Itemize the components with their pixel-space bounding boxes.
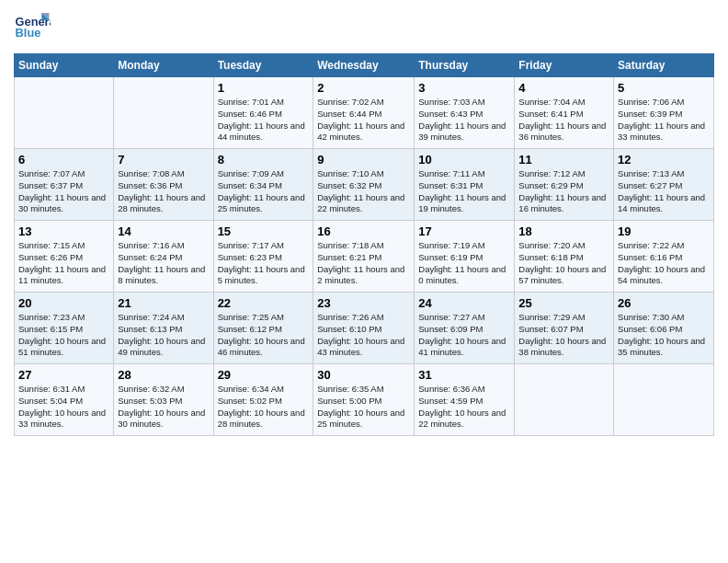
calendar-header-tuesday: Tuesday xyxy=(213,54,313,77)
calendar-cell: 30Sunrise: 6:35 AM Sunset: 5:00 PM Dayli… xyxy=(313,364,415,436)
day-number: 28 xyxy=(118,368,209,382)
calendar-cell: 31Sunrise: 6:36 AM Sunset: 4:59 PM Dayli… xyxy=(415,364,515,436)
day-number: 29 xyxy=(218,368,310,382)
calendar-week-row: 27Sunrise: 6:31 AM Sunset: 5:04 PM Dayli… xyxy=(15,364,714,436)
calendar-header-saturday: Saturday xyxy=(614,54,714,77)
day-number: 10 xyxy=(418,153,510,167)
calendar-cell: 11Sunrise: 7:12 AM Sunset: 6:29 PM Dayli… xyxy=(515,149,614,221)
calendar-cell: 25Sunrise: 7:29 AM Sunset: 6:07 PM Dayli… xyxy=(515,293,614,364)
day-number: 30 xyxy=(317,368,410,382)
calendar-cell: 2Sunrise: 7:02 AM Sunset: 6:44 PM Daylig… xyxy=(313,77,415,149)
calendar-cell: 18Sunrise: 7:20 AM Sunset: 6:18 PM Dayli… xyxy=(515,221,614,293)
day-number: 24 xyxy=(418,296,510,310)
day-number: 4 xyxy=(518,81,609,95)
day-details: Sunrise: 7:25 AM Sunset: 6:12 PM Dayligh… xyxy=(218,312,310,359)
calendar-cell xyxy=(614,364,714,436)
day-number: 16 xyxy=(317,224,410,238)
calendar-cell: 20Sunrise: 7:23 AM Sunset: 6:15 PM Dayli… xyxy=(15,293,114,364)
day-number: 9 xyxy=(317,153,410,167)
calendar-cell: 16Sunrise: 7:18 AM Sunset: 6:21 PM Dayli… xyxy=(313,221,415,293)
day-number: 1 xyxy=(218,81,310,95)
logo: General Blue xyxy=(14,9,55,46)
day-details: Sunrise: 7:16 AM Sunset: 6:24 PM Dayligh… xyxy=(118,240,209,287)
page-container: General Blue SundayMondayTuesdayWednesda… xyxy=(0,0,728,445)
day-details: Sunrise: 7:07 AM Sunset: 6:37 PM Dayligh… xyxy=(18,168,109,215)
calendar-week-row: 20Sunrise: 7:23 AM Sunset: 6:15 PM Dayli… xyxy=(15,293,714,364)
day-details: Sunrise: 7:11 AM Sunset: 6:31 PM Dayligh… xyxy=(418,168,510,215)
day-number: 22 xyxy=(218,296,310,310)
calendar-cell: 8Sunrise: 7:09 AM Sunset: 6:34 PM Daylig… xyxy=(213,149,313,221)
calendar-cell: 27Sunrise: 6:31 AM Sunset: 5:04 PM Dayli… xyxy=(15,364,114,436)
calendar-cell: 24Sunrise: 7:27 AM Sunset: 6:09 PM Dayli… xyxy=(415,293,515,364)
calendar-cell: 22Sunrise: 7:25 AM Sunset: 6:12 PM Dayli… xyxy=(213,293,313,364)
calendar-cell: 14Sunrise: 7:16 AM Sunset: 6:24 PM Dayli… xyxy=(114,221,213,293)
calendar-cell: 10Sunrise: 7:11 AM Sunset: 6:31 PM Dayli… xyxy=(415,149,515,221)
day-number: 21 xyxy=(118,296,209,310)
day-number: 13 xyxy=(18,224,109,238)
calendar-cell: 29Sunrise: 6:34 AM Sunset: 5:02 PM Dayli… xyxy=(213,364,313,436)
calendar-cell: 23Sunrise: 7:26 AM Sunset: 6:10 PM Dayli… xyxy=(313,293,415,364)
calendar-cell: 28Sunrise: 6:32 AM Sunset: 5:03 PM Dayli… xyxy=(114,364,213,436)
day-details: Sunrise: 7:06 AM Sunset: 6:39 PM Dayligh… xyxy=(618,97,710,144)
day-details: Sunrise: 6:32 AM Sunset: 5:03 PM Dayligh… xyxy=(118,384,209,431)
day-details: Sunrise: 7:19 AM Sunset: 6:19 PM Dayligh… xyxy=(418,240,510,287)
day-details: Sunrise: 7:23 AM Sunset: 6:15 PM Dayligh… xyxy=(18,312,109,359)
calendar-cell: 12Sunrise: 7:13 AM Sunset: 6:27 PM Dayli… xyxy=(614,149,714,221)
day-details: Sunrise: 7:09 AM Sunset: 6:34 PM Dayligh… xyxy=(218,168,310,215)
calendar-cell: 4Sunrise: 7:04 AM Sunset: 6:41 PM Daylig… xyxy=(515,77,614,149)
calendar-week-row: 6Sunrise: 7:07 AM Sunset: 6:37 PM Daylig… xyxy=(15,149,714,221)
page-header: General Blue xyxy=(14,9,714,46)
svg-text:Blue: Blue xyxy=(16,26,41,40)
day-details: Sunrise: 7:08 AM Sunset: 6:36 PM Dayligh… xyxy=(118,168,209,215)
day-number: 14 xyxy=(118,224,209,238)
day-number: 19 xyxy=(618,224,710,238)
day-details: Sunrise: 7:15 AM Sunset: 6:26 PM Dayligh… xyxy=(18,240,109,287)
day-details: Sunrise: 7:24 AM Sunset: 6:13 PM Dayligh… xyxy=(118,312,209,359)
day-number: 11 xyxy=(518,153,609,167)
calendar-header-monday: Monday xyxy=(114,54,213,77)
day-number: 5 xyxy=(618,81,710,95)
day-number: 15 xyxy=(218,224,310,238)
calendar-cell: 17Sunrise: 7:19 AM Sunset: 6:19 PM Dayli… xyxy=(415,221,515,293)
day-number: 31 xyxy=(418,368,510,382)
day-details: Sunrise: 6:31 AM Sunset: 5:04 PM Dayligh… xyxy=(18,384,109,431)
day-number: 25 xyxy=(518,296,609,310)
day-details: Sunrise: 7:20 AM Sunset: 6:18 PM Dayligh… xyxy=(518,240,609,287)
calendar-cell xyxy=(114,77,213,149)
day-details: Sunrise: 7:26 AM Sunset: 6:10 PM Dayligh… xyxy=(317,312,410,359)
day-details: Sunrise: 7:10 AM Sunset: 6:32 PM Dayligh… xyxy=(317,168,410,215)
day-number: 12 xyxy=(618,153,710,167)
calendar-cell: 9Sunrise: 7:10 AM Sunset: 6:32 PM Daylig… xyxy=(313,149,415,221)
calendar-cell: 26Sunrise: 7:30 AM Sunset: 6:06 PM Dayli… xyxy=(614,293,714,364)
day-number: 8 xyxy=(218,153,310,167)
day-number: 23 xyxy=(317,296,410,310)
day-details: Sunrise: 7:04 AM Sunset: 6:41 PM Dayligh… xyxy=(518,97,609,144)
day-details: Sunrise: 6:34 AM Sunset: 5:02 PM Dayligh… xyxy=(218,384,310,431)
day-details: Sunrise: 7:18 AM Sunset: 6:21 PM Dayligh… xyxy=(317,240,410,287)
day-details: Sunrise: 7:27 AM Sunset: 6:09 PM Dayligh… xyxy=(418,312,510,359)
day-details: Sunrise: 7:02 AM Sunset: 6:44 PM Dayligh… xyxy=(317,97,410,144)
day-number: 27 xyxy=(18,368,109,382)
day-number: 7 xyxy=(118,153,209,167)
day-details: Sunrise: 7:01 AM Sunset: 6:46 PM Dayligh… xyxy=(218,97,310,144)
day-number: 26 xyxy=(618,296,710,310)
calendar-cell: 13Sunrise: 7:15 AM Sunset: 6:26 PM Dayli… xyxy=(15,221,114,293)
day-details: Sunrise: 7:12 AM Sunset: 6:29 PM Dayligh… xyxy=(518,168,609,215)
calendar-cell: 19Sunrise: 7:22 AM Sunset: 6:16 PM Dayli… xyxy=(614,221,714,293)
day-details: Sunrise: 7:22 AM Sunset: 6:16 PM Dayligh… xyxy=(618,240,710,287)
calendar-header-row: SundayMondayTuesdayWednesdayThursdayFrid… xyxy=(15,54,714,77)
calendar-cell: 21Sunrise: 7:24 AM Sunset: 6:13 PM Dayli… xyxy=(114,293,213,364)
calendar-header-sunday: Sunday xyxy=(15,54,114,77)
day-number: 20 xyxy=(18,296,109,310)
calendar-cell: 7Sunrise: 7:08 AM Sunset: 6:36 PM Daylig… xyxy=(114,149,213,221)
day-number: 3 xyxy=(418,81,510,95)
day-number: 18 xyxy=(518,224,609,238)
calendar-cell: 1Sunrise: 7:01 AM Sunset: 6:46 PM Daylig… xyxy=(213,77,313,149)
calendar-week-row: 1Sunrise: 7:01 AM Sunset: 6:46 PM Daylig… xyxy=(15,77,714,149)
day-details: Sunrise: 6:36 AM Sunset: 4:59 PM Dayligh… xyxy=(418,384,510,431)
calendar-cell xyxy=(515,364,614,436)
day-details: Sunrise: 7:13 AM Sunset: 6:27 PM Dayligh… xyxy=(618,168,710,215)
day-number: 6 xyxy=(18,153,109,167)
calendar-cell: 3Sunrise: 7:03 AM Sunset: 6:43 PM Daylig… xyxy=(415,77,515,149)
calendar-header-wednesday: Wednesday xyxy=(313,54,415,77)
